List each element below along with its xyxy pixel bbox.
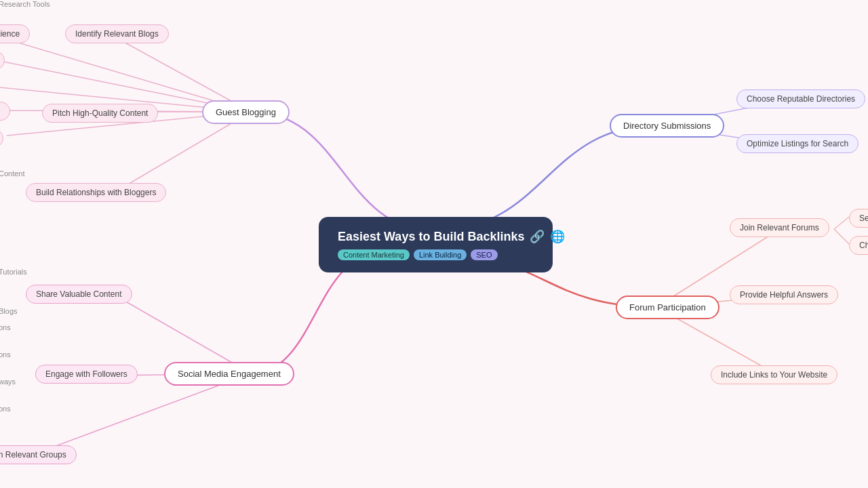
pitch-content-label: Pitch High-Quality Content bbox=[52, 108, 148, 118]
social-media-label: Social Media Engagement bbox=[178, 369, 281, 379]
tag-content-marketing[interactable]: Content Marketing bbox=[338, 249, 410, 260]
optimize-listings-label: Optimize Listings for Search bbox=[747, 139, 848, 148]
gain-insights-node: Gain Insights bbox=[0, 102, 10, 121]
media-groups-node: Media Groups bbox=[0, 51, 5, 70]
share-content-node: Share Valuable Content bbox=[26, 285, 132, 304]
build-relationships-node: Build Relationships with Bloggers bbox=[26, 183, 166, 202]
provide-answers-node: Provide Helpful Answers bbox=[730, 285, 838, 304]
center-title-text: Easiest Ways to Build Backlinks bbox=[338, 230, 524, 244]
join-forums-node: Join Relevant Forums bbox=[730, 218, 829, 237]
directory-submissions-node[interactable]: Directory Submissions bbox=[610, 114, 724, 138]
identify-blogs-node: Identify Relevant Blogs bbox=[65, 24, 169, 43]
ch-label: Ch... bbox=[859, 241, 868, 250]
tag-container: Content Marketing Link Building SEO bbox=[338, 249, 498, 260]
forum-participation-node[interactable]: Forum Participation bbox=[616, 296, 719, 319]
include-links-node: Include Links to Your Website bbox=[711, 365, 837, 384]
engage-followers-node: Engage with Followers bbox=[35, 365, 138, 384]
globe-icon: 🌐 bbox=[550, 229, 565, 244]
content-label: Content bbox=[0, 169, 25, 178]
expertise-node: Expertise bbox=[0, 129, 3, 148]
center-node[interactable]: Easiest Ways to Build Backlinks 🔗 🌐 Cont… bbox=[319, 217, 553, 272]
pitch-content-node: Pitch High-Quality Content bbox=[42, 104, 158, 123]
build-relationships-label: Build Relationships with Bloggers bbox=[36, 188, 156, 197]
link-icon: 🔗 bbox=[530, 229, 545, 244]
se-node: Se... bbox=[849, 209, 868, 228]
target-audience-label: Target Audience bbox=[0, 29, 20, 39]
ons2-label: ons bbox=[0, 350, 11, 359]
ons-label: ons bbox=[0, 323, 11, 331]
promote-groups-label: Promote Content on Relevant Groups bbox=[0, 450, 66, 460]
tag-link-building[interactable]: Link Building bbox=[414, 249, 467, 260]
blogs-label: Blogs bbox=[0, 307, 18, 315]
identify-blogs-label: Identify Relevant Blogs bbox=[75, 29, 159, 39]
ways-label: ways bbox=[0, 378, 16, 386]
share-content-label: Share Valuable Content bbox=[36, 289, 122, 299]
social-media-node[interactable]: Social Media Engagement bbox=[164, 362, 294, 386]
se-label: Se... bbox=[859, 214, 868, 223]
tutorials-label: Tutorials bbox=[0, 268, 27, 276]
guest-blogging-node[interactable]: Guest Blogging bbox=[202, 100, 290, 124]
center-title: Easiest Ways to Build Backlinks 🔗 🌐 bbox=[338, 229, 565, 244]
guest-blogging-label: Guest Blogging bbox=[216, 107, 276, 117]
ons3-label: ons bbox=[0, 405, 11, 413]
choose-directories-label: Choose Reputable Directories bbox=[747, 94, 855, 104]
choose-directories-node: Choose Reputable Directories bbox=[736, 89, 865, 108]
target-audience-node: Target Audience bbox=[0, 24, 30, 43]
forum-participation-label: Forum Participation bbox=[629, 302, 706, 312]
include-links-label: Include Links to Your Website bbox=[721, 370, 827, 380]
provide-answers-label: Provide Helpful Answers bbox=[740, 290, 828, 300]
research-tools-label: Research Tools bbox=[0, 0, 50, 8]
ch-node: Ch... bbox=[849, 236, 868, 255]
optimize-listings-node: Optimize Listings for Search bbox=[736, 134, 859, 153]
join-forums-label: Join Relevant Forums bbox=[740, 223, 819, 232]
tag-seo[interactable]: SEO bbox=[471, 249, 497, 260]
directory-submissions-label: Directory Submissions bbox=[623, 121, 711, 131]
engage-followers-label: Engage with Followers bbox=[45, 369, 127, 379]
promote-groups-node: Promote Content on Relevant Groups bbox=[0, 445, 77, 464]
